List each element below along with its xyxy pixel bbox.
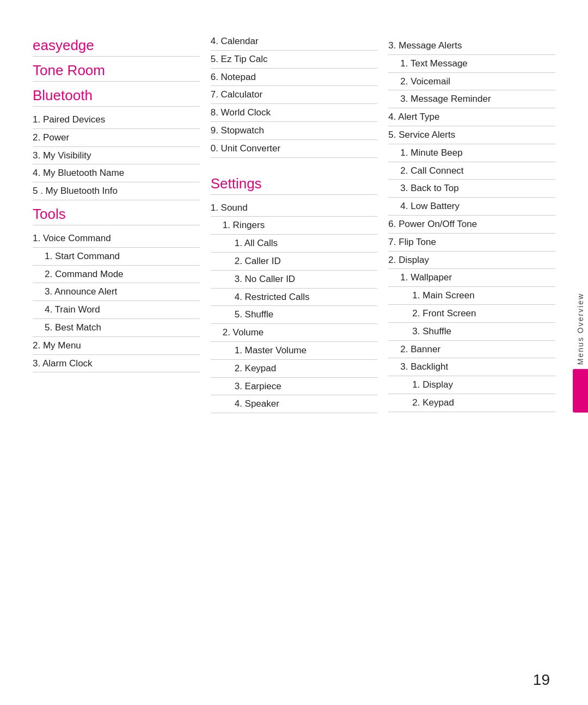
page-container: easyedgeTone RoomBluetooth1. Paired Devi… xyxy=(0,0,588,705)
list-item: 1. Start Command xyxy=(33,248,200,266)
list-item: 1. Main Screen xyxy=(388,287,555,305)
list-item: 5. Shuffle xyxy=(211,306,378,324)
list-item: 2. Voicemail xyxy=(388,73,555,91)
list-item: 2. Command Mode xyxy=(33,266,200,284)
list-item: 9. Stopwatch xyxy=(211,122,378,140)
list-item: 5. Ez Tip Calc xyxy=(211,51,378,69)
section-title: Tools xyxy=(33,206,200,223)
section-title: Settings xyxy=(211,175,378,192)
list-item: 3. Announce Alert xyxy=(33,283,200,301)
column-3: 3. Message Alerts1. Text Message2. Voice… xyxy=(388,33,555,418)
list-item: 1. Ringers xyxy=(211,217,378,235)
list-item: 4. Speaker xyxy=(211,395,378,413)
section-divider xyxy=(33,56,200,57)
column-1: easyedgeTone RoomBluetooth1. Paired Devi… xyxy=(33,33,211,378)
list-item: 4. Calendar xyxy=(211,33,378,51)
page-number: 19 xyxy=(533,671,550,689)
section-block: 3. Message Alerts1. Text Message2. Voice… xyxy=(388,37,555,412)
section-divider xyxy=(33,81,200,82)
list-item: 2. My Menu xyxy=(33,337,200,355)
list-item: 5. Service Alerts xyxy=(388,126,555,144)
list-item: 2. Front Screen xyxy=(388,305,555,323)
list-item: 3. My Visibility xyxy=(33,147,200,165)
list-item: 0. Unit Converter xyxy=(211,140,378,158)
list-item: 1. All Calls xyxy=(211,235,378,253)
list-item: 2. Keypad xyxy=(388,394,555,412)
section-title: easyedge xyxy=(33,37,200,54)
section-title: Tone Room xyxy=(33,62,200,79)
list-item: 4. Alert Type xyxy=(388,108,555,126)
list-item: 6. Power On/Off Tone xyxy=(388,216,555,234)
list-item: 1. Master Volume xyxy=(211,342,378,360)
list-item: 2. Display xyxy=(388,252,555,269)
list-item: 1. Sound xyxy=(211,199,378,217)
list-item: 2. Call Connect xyxy=(388,162,555,180)
list-item: 7. Calculator xyxy=(211,86,378,104)
list-item: 2. Keypad xyxy=(211,360,378,378)
side-tab-label: Menus Overview xyxy=(576,292,585,364)
side-tab-bar xyxy=(573,369,588,413)
column-2: 4. Calendar5. Ez Tip Calc6. Notepad7. Ca… xyxy=(211,33,389,419)
section-divider xyxy=(33,225,200,225)
section-block: Bluetooth1. Paired Devices2. Power3. My … xyxy=(33,87,200,200)
list-item: 7. Flip Tone xyxy=(388,234,555,252)
list-item: 1. Wallpaper xyxy=(388,269,555,287)
list-item: 5. Best Match xyxy=(33,319,200,337)
section-block: Tools1. Voice Command1. Start Command2. … xyxy=(33,206,200,372)
list-item: 3. Back to Top xyxy=(388,180,555,198)
list-item: 4. Train Word xyxy=(33,301,200,319)
list-item: 3. Shuffle xyxy=(388,323,555,341)
side-tab: Menus Overview xyxy=(573,292,588,412)
list-item: 3. Earpiece xyxy=(211,378,378,396)
columns-wrapper: easyedgeTone RoomBluetooth1. Paired Devi… xyxy=(33,33,555,419)
list-item: 4. Low Battery xyxy=(388,198,555,216)
list-item: 8. World Clock xyxy=(211,104,378,122)
list-item: 1. Paired Devices xyxy=(33,111,200,129)
list-item: 3. Alarm Clock xyxy=(33,355,200,373)
list-item: 4. Restricted Calls xyxy=(211,289,378,306)
list-item: 2. Volume xyxy=(211,324,378,342)
list-item: 3. Message Alerts xyxy=(388,37,555,55)
list-item: 3. Message Reminder xyxy=(388,90,555,108)
list-item: 6. Notepad xyxy=(211,69,378,87)
list-item: 3. Backlight xyxy=(388,358,555,376)
list-item: 5 . My Bluetooth Info xyxy=(33,182,200,200)
section-block: easyedge xyxy=(33,37,200,57)
list-item: 1. Display xyxy=(388,376,555,394)
list-item: 1. Text Message xyxy=(388,55,555,73)
list-item: 2. Banner xyxy=(388,341,555,359)
section-divider xyxy=(33,106,200,107)
list-item: 2. Caller ID xyxy=(211,253,378,271)
list-item: 3. No Caller ID xyxy=(211,271,378,289)
section-title: Bluetooth xyxy=(33,87,200,104)
section-divider xyxy=(211,194,378,195)
list-item: 1. Minute Beep xyxy=(388,144,555,162)
list-item: 2. Power xyxy=(33,129,200,147)
section-block: Tone Room xyxy=(33,62,200,82)
list-item: 1. Voice Command xyxy=(33,230,200,248)
list-item: 4. My Bluetooth Name xyxy=(33,164,200,182)
section-block: Settings1. Sound1. Ringers1. All Calls2.… xyxy=(211,175,378,414)
